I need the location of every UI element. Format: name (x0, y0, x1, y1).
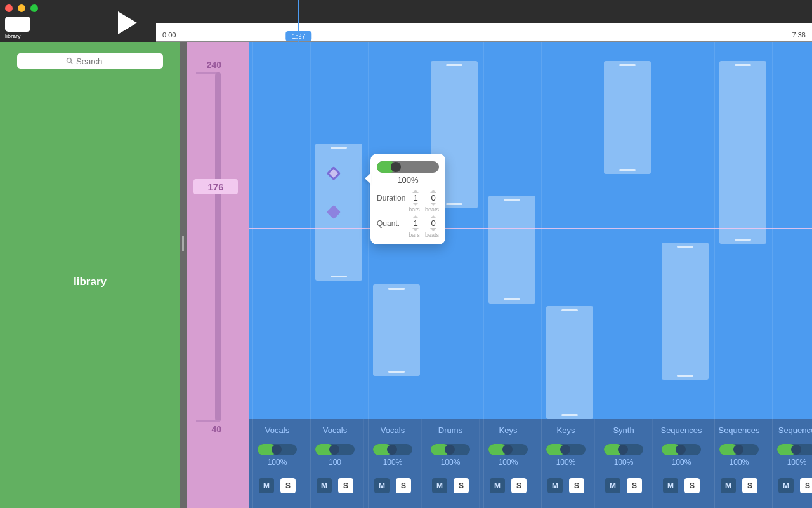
volume-percent: 100% (499, 458, 518, 467)
window-traffic-lights (5, 4, 38, 12)
solo-button[interactable]: S (627, 478, 642, 493)
search-icon (66, 57, 74, 65)
volume-percent: 100% (556, 458, 576, 467)
clip-handle-icon[interactable] (388, 371, 405, 373)
clip-handle-icon[interactable] (504, 298, 520, 300)
clip-volume-slider[interactable] (377, 161, 439, 173)
clip-handle-icon[interactable] (388, 288, 405, 290)
tempo-current[interactable]: 176 (193, 179, 238, 194)
tracks-canvas[interactable]: 100% Duration 1 0 barsbeats (249, 42, 812, 508)
timeline-ruler[interactable]: 0:00 7:36 1:27 (156, 23, 812, 42)
solo-button[interactable]: S (684, 478, 700, 493)
chevron-down-icon[interactable] (430, 228, 436, 231)
zoom-icon[interactable] (30, 4, 38, 12)
tempo-slider[interactable] (215, 72, 221, 422)
duration-beats-stepper[interactable]: 0 (428, 190, 439, 206)
mute-button[interactable]: M (490, 478, 505, 493)
play-button[interactable] (118, 11, 137, 34)
clip-volume-percent: 100% (377, 175, 439, 185)
mixer-strip: Sequence100%MS (768, 419, 812, 508)
volume-slider[interactable] (604, 444, 643, 455)
clip-handle-icon[interactable] (446, 64, 462, 66)
mute-button[interactable]: M (432, 478, 447, 493)
quant-beats-stepper[interactable]: 0 (428, 215, 439, 231)
solo-button[interactable]: S (511, 478, 527, 493)
track-name: Sequences (718, 425, 759, 435)
clip-popover: 100% Duration 1 0 barsbeats (370, 154, 445, 244)
clip-handle-icon[interactable] (446, 203, 462, 205)
clip[interactable] (373, 284, 420, 376)
close-icon[interactable] (5, 4, 13, 12)
library-button[interactable] (5, 17, 30, 32)
main: library 240 176 40 100% Duration (0, 42, 812, 508)
mute-button[interactable]: M (663, 478, 678, 493)
solo-button[interactable]: S (800, 478, 812, 493)
duration-bars-stepper[interactable]: 1 (410, 190, 421, 206)
clip-handle-icon[interactable] (677, 375, 693, 377)
volume-percent: 100% (787, 458, 807, 467)
clip-handle-icon[interactable] (331, 147, 347, 149)
clip-handle-icon[interactable] (561, 414, 578, 416)
clip[interactable] (662, 243, 709, 380)
tempo-max: 240 (187, 60, 221, 70)
mute-button[interactable]: M (374, 478, 390, 493)
volume-slider[interactable] (315, 444, 355, 455)
mute-button[interactable]: M (605, 478, 620, 493)
clip-handle-icon[interactable] (331, 276, 347, 277)
mute-button[interactable]: M (317, 478, 332, 493)
chevron-down-icon[interactable] (430, 203, 436, 206)
solo-button[interactable]: S (280, 478, 296, 493)
volume-slider[interactable] (777, 444, 812, 455)
mute-button[interactable]: M (778, 478, 794, 493)
mixer-strip: Sequences100%MS (710, 419, 768, 508)
clip-handle-icon[interactable] (677, 246, 693, 248)
solo-button[interactable]: S (569, 478, 584, 493)
clip[interactable] (719, 61, 766, 244)
clip-handle-icon[interactable] (561, 309, 578, 311)
mixer-strip: Vocals100%MS (364, 419, 422, 508)
solo-button[interactable]: S (338, 478, 353, 493)
clip[interactable] (546, 306, 593, 419)
mute-button[interactable]: M (259, 478, 274, 493)
solo-button[interactable]: S (396, 478, 411, 493)
sidebar-resize-handle[interactable] (180, 42, 187, 508)
mixer-strip: Keys100%MS (537, 419, 595, 508)
search-input[interactable] (76, 57, 114, 66)
clip-handle-icon[interactable] (735, 239, 751, 241)
clip-handle-icon[interactable] (735, 64, 751, 66)
track-name: Vocals (265, 425, 289, 435)
minimize-icon[interactable] (18, 4, 25, 12)
sidebar: library (0, 42, 180, 508)
mute-button[interactable]: M (721, 478, 736, 493)
volume-percent: 100% (383, 458, 403, 467)
quant-label: Quant. (377, 219, 410, 228)
clip[interactable] (604, 61, 651, 174)
track-name: Sequence (778, 425, 812, 435)
track-name: Vocals (381, 425, 405, 435)
clip-handle-icon[interactable] (504, 199, 520, 201)
volume-slider[interactable] (373, 444, 412, 455)
chevron-down-icon[interactable] (412, 228, 419, 231)
volume-slider[interactable] (431, 444, 470, 455)
quant-row: Quant. 1 0 (377, 215, 439, 231)
tempo-tick-bottom (196, 420, 220, 422)
mute-button[interactable]: M (547, 478, 563, 493)
solo-button[interactable]: S (454, 478, 469, 493)
volume-slider[interactable] (662, 444, 701, 455)
chevron-down-icon[interactable] (412, 203, 419, 206)
volume-slider[interactable] (488, 444, 528, 455)
volume-slider[interactable] (719, 444, 759, 455)
clip-handle-icon[interactable] (619, 64, 636, 66)
volume-percent: 100 (329, 458, 341, 467)
track-name: Keys (499, 425, 518, 435)
clip[interactable] (488, 196, 535, 304)
volume-slider[interactable] (546, 444, 586, 455)
search-field[interactable] (17, 53, 163, 69)
playhead-flag[interactable]: 1:27 (285, 31, 311, 41)
volume-slider[interactable] (258, 444, 297, 455)
clip-handle-icon[interactable] (619, 169, 636, 171)
solo-button[interactable]: S (742, 478, 757, 493)
quant-bars-stepper[interactable]: 1 (410, 215, 421, 231)
sidebar-title: library (74, 276, 107, 288)
volume-percent: 100% (268, 458, 287, 467)
